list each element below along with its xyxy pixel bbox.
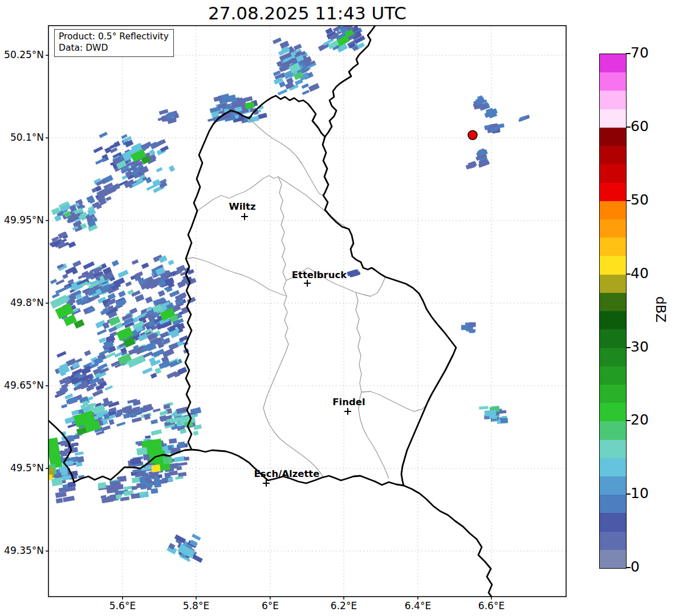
- colorbar-segment: [600, 164, 626, 182]
- city-label-ettelbruck: Ettelbruck: [292, 270, 347, 280]
- echo-cluster: [484, 108, 497, 119]
- echo-cluster: [49, 231, 76, 249]
- echo-cluster: [157, 109, 179, 124]
- lat-tick-label: 49.65°N: [1, 380, 44, 391]
- colorbar-segment: [600, 238, 626, 256]
- colorbar-tick-label: 60: [631, 118, 649, 134]
- lat-tick-label: 50.25°N: [1, 49, 44, 60]
- axis-tick-marks: [46, 55, 491, 599]
- colorbar-segment: [600, 440, 626, 458]
- colorbar-segment: [600, 219, 626, 238]
- lat-tick-label: 49.95°N: [1, 214, 44, 226]
- colorbar-segment: [600, 550, 626, 568]
- city-label-findel: Findel: [332, 397, 365, 407]
- colorbar-tick-mark: [626, 420, 631, 421]
- colorbar-segment: [600, 458, 626, 476]
- colorbar-segment: [600, 128, 626, 146]
- city-marker-plus: [241, 213, 248, 220]
- colorbar: [599, 54, 627, 569]
- data-source-line: Data: DWD: [59, 42, 169, 54]
- colorbar-segment: [600, 146, 626, 164]
- colorbar-segment: [600, 476, 626, 495]
- lat-tick-label: 50.1°N: [1, 132, 44, 143]
- neighbor-border: [404, 486, 492, 597]
- colorbar-segment: [600, 256, 626, 274]
- colorbar-segment: [600, 366, 626, 385]
- lon-tick-label: 5.8°E: [183, 600, 209, 611]
- colorbar-segment: [600, 183, 626, 201]
- colorbar-tick-label: 40: [631, 265, 649, 282]
- echo-cluster: [86, 179, 120, 205]
- radar-map-page: 27.08.2025 11:43 UTC Product: 0.5° Refle…: [0, 0, 675, 616]
- colorbar-tick-mark: [626, 127, 631, 128]
- echo-cluster: [484, 123, 505, 133]
- colorbar-tick-label: 50: [631, 191, 649, 208]
- lon-tick-label: 6.2°E: [331, 600, 357, 611]
- echo-cluster: [466, 161, 477, 169]
- echo-cluster: [479, 406, 508, 424]
- radar-map-canvas: [0, 0, 675, 616]
- colorbar-tick-label: 0: [631, 558, 640, 575]
- colorbar-segment: [600, 329, 626, 348]
- echo-cluster: [518, 115, 530, 122]
- lat-tick-label: 49.5°N: [1, 462, 44, 474]
- colorbar-segment: [600, 54, 626, 72]
- product-info-line: Product: 0.5° Reflectivity: [59, 31, 169, 42]
- echo-cluster: [61, 396, 125, 437]
- lon-tick-label: 6.6°E: [478, 600, 505, 611]
- echo-cluster: [46, 431, 84, 504]
- echo-cluster: [117, 399, 153, 423]
- colorbar-segment: [600, 275, 626, 293]
- echo-cluster: [461, 322, 476, 333]
- colorbar-segment: [600, 403, 626, 421]
- echo-cluster: [347, 269, 360, 277]
- city-marker-plus: [344, 408, 351, 415]
- colorbar-tick-mark: [626, 493, 631, 495]
- echo-cluster: [473, 95, 490, 111]
- colorbar-tick-mark: [626, 274, 631, 275]
- city-label-esch-alzette: Esch/Alzette: [254, 468, 320, 479]
- colorbar-tick-mark: [626, 347, 631, 348]
- colorbar-tick-label: 20: [631, 411, 649, 428]
- colorbar-segment: [600, 293, 626, 311]
- colorbar-segment: [600, 532, 626, 550]
- colorbar-segment: [600, 385, 626, 403]
- luxembourg-border: [185, 96, 456, 486]
- colorbar-segment: [600, 91, 626, 109]
- colorbar-segment: [600, 109, 626, 128]
- colorbar-segment: [600, 421, 626, 439]
- product-info-box: Product: 0.5° Reflectivity Data: DWD: [54, 29, 174, 57]
- colorbar-tick-label: 30: [631, 338, 649, 355]
- echo-cluster: [50, 260, 134, 329]
- lon-tick-label: 6.4°E: [405, 600, 431, 611]
- lat-tick-label: 49.8°N: [1, 297, 44, 308]
- colorbar-segment: [600, 311, 626, 329]
- echo-cluster: [51, 199, 102, 232]
- echo-cluster: [151, 402, 202, 435]
- lon-tick-label: 5.6°E: [109, 600, 136, 611]
- echo-cluster: [93, 132, 176, 193]
- colorbar-segment: [600, 495, 626, 513]
- lat-tick-label: 49.35°N: [1, 545, 44, 556]
- colorbar-tick-label: 70: [631, 44, 649, 61]
- radar-echoes: [46, 21, 530, 562]
- echo-cluster: [166, 533, 203, 562]
- echo-cluster: [128, 435, 189, 484]
- colorbar-segment: [600, 201, 626, 219]
- colorbar-tick-mark: [626, 567, 631, 568]
- colorbar-segment: [600, 348, 626, 366]
- echo-cluster: [273, 38, 320, 96]
- district-borders: [186, 119, 428, 479]
- city-label-wiltz: Wiltz: [229, 201, 255, 212]
- colorbar-tick-mark: [626, 53, 631, 54]
- colorbar-tick-label: 10: [631, 485, 649, 501]
- colorbar-tick-mark: [626, 200, 631, 201]
- city-marker-plus: [304, 280, 311, 287]
- colorbar-unit-label: dBZ: [653, 296, 668, 323]
- lon-tick-label: 6°E: [262, 600, 279, 611]
- colorbar-segment: [600, 513, 626, 531]
- radar-site-marker: [468, 130, 477, 140]
- colorbar-segment: [600, 72, 626, 91]
